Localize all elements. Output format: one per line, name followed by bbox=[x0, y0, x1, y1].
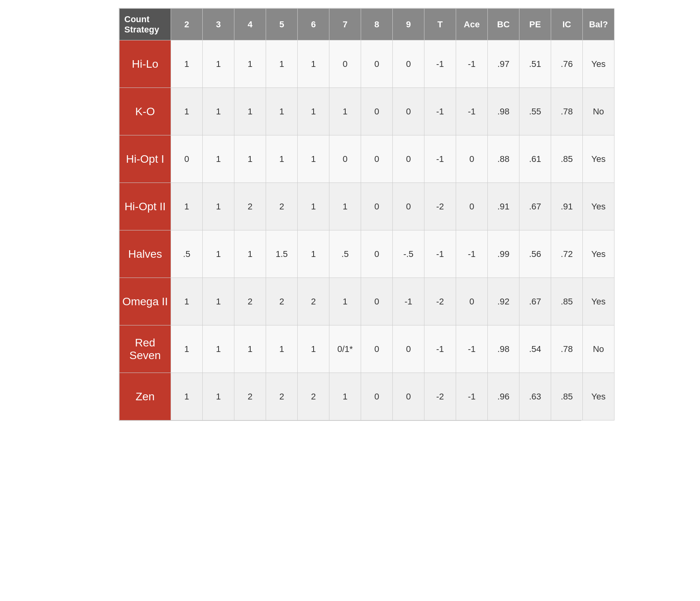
cell-0-10: .97 bbox=[488, 40, 519, 88]
cell-7-1: 1 bbox=[203, 373, 234, 420]
cell-4-5: .5 bbox=[329, 230, 361, 278]
cell-7-2: 2 bbox=[234, 373, 266, 420]
cell-3-12: .91 bbox=[551, 183, 583, 230]
cell-2-3: 1 bbox=[266, 135, 298, 183]
cell-3-9: 0 bbox=[456, 183, 488, 230]
cell-2-13: Yes bbox=[583, 135, 614, 183]
cell-5-11: .67 bbox=[519, 278, 551, 325]
cell-6-11: .54 bbox=[519, 325, 551, 373]
cell-7-8: -2 bbox=[424, 373, 456, 420]
cell-3-11: .67 bbox=[519, 183, 551, 230]
cell-3-5: 1 bbox=[329, 183, 361, 230]
header-col-T: T bbox=[424, 9, 456, 40]
cell-6-13: No bbox=[583, 325, 614, 373]
cell-0-7: 0 bbox=[393, 40, 424, 88]
cell-0-11: .51 bbox=[519, 40, 551, 88]
row-strategy-7: Zen bbox=[120, 373, 171, 420]
cell-7-3: 2 bbox=[266, 373, 298, 420]
cell-2-8: -1 bbox=[424, 135, 456, 183]
row-strategy-1: K-O bbox=[120, 88, 171, 135]
cell-3-6: 0 bbox=[361, 183, 393, 230]
cell-7-7: 0 bbox=[393, 373, 424, 420]
cell-2-7: 0 bbox=[393, 135, 424, 183]
cell-3-3: 2 bbox=[266, 183, 298, 230]
header-col-3: 3 bbox=[203, 9, 234, 40]
cell-0-0: 1 bbox=[171, 40, 203, 88]
cell-5-8: -2 bbox=[424, 278, 456, 325]
header-col-Bal?: Bal? bbox=[583, 9, 614, 40]
cell-2-5: 0 bbox=[329, 135, 361, 183]
cell-6-0: 1 bbox=[171, 325, 203, 373]
header-col-Ace: Ace bbox=[456, 9, 488, 40]
cell-4-9: -1 bbox=[456, 230, 488, 278]
cell-1-13: No bbox=[583, 88, 614, 135]
cell-4-0: .5 bbox=[171, 230, 203, 278]
cell-4-13: Yes bbox=[583, 230, 614, 278]
cell-1-4: 1 bbox=[298, 88, 329, 135]
cell-1-5: 1 bbox=[329, 88, 361, 135]
cell-7-4: 2 bbox=[298, 373, 329, 420]
cell-1-3: 1 bbox=[266, 88, 298, 135]
header-col-6: 6 bbox=[298, 9, 329, 40]
cell-4-7: -.5 bbox=[393, 230, 424, 278]
cell-4-12: .72 bbox=[551, 230, 583, 278]
cell-6-7: 0 bbox=[393, 325, 424, 373]
cell-3-7: 0 bbox=[393, 183, 424, 230]
row-strategy-4: Halves bbox=[120, 230, 171, 278]
header-col-8: 8 bbox=[361, 9, 393, 40]
header-col-IC: IC bbox=[551, 9, 583, 40]
cell-1-9: -1 bbox=[456, 88, 488, 135]
cell-1-6: 0 bbox=[361, 88, 393, 135]
cell-6-12: .78 bbox=[551, 325, 583, 373]
cell-6-1: 1 bbox=[203, 325, 234, 373]
header-col-7: 7 bbox=[329, 9, 361, 40]
cell-3-2: 2 bbox=[234, 183, 266, 230]
cell-3-1: 1 bbox=[203, 183, 234, 230]
cell-0-9: -1 bbox=[456, 40, 488, 88]
cell-7-0: 1 bbox=[171, 373, 203, 420]
cell-5-5: 1 bbox=[329, 278, 361, 325]
cell-5-1: 1 bbox=[203, 278, 234, 325]
cell-0-2: 1 bbox=[234, 40, 266, 88]
cell-6-8: -1 bbox=[424, 325, 456, 373]
cell-5-2: 2 bbox=[234, 278, 266, 325]
cell-5-7: -1 bbox=[393, 278, 424, 325]
cell-1-2: 1 bbox=[234, 88, 266, 135]
cell-5-0: 1 bbox=[171, 278, 203, 325]
header-col-5: 5 bbox=[266, 9, 298, 40]
cell-6-10: .98 bbox=[488, 325, 519, 373]
cell-4-8: -1 bbox=[424, 230, 456, 278]
cell-1-7: 0 bbox=[393, 88, 424, 135]
cell-7-5: 1 bbox=[329, 373, 361, 420]
cell-1-12: .78 bbox=[551, 88, 583, 135]
cell-0-1: 1 bbox=[203, 40, 234, 88]
cell-4-11: .56 bbox=[519, 230, 551, 278]
cell-7-6: 0 bbox=[361, 373, 393, 420]
header-col-BC: BC bbox=[488, 9, 519, 40]
cell-0-6: 0 bbox=[361, 40, 393, 88]
cell-6-2: 1 bbox=[234, 325, 266, 373]
cell-5-6: 0 bbox=[361, 278, 393, 325]
cell-5-10: .92 bbox=[488, 278, 519, 325]
cell-2-9: 0 bbox=[456, 135, 488, 183]
cell-5-12: .85 bbox=[551, 278, 583, 325]
header-col-2: 2 bbox=[171, 9, 203, 40]
cell-2-0: 0 bbox=[171, 135, 203, 183]
cell-0-12: .76 bbox=[551, 40, 583, 88]
header-col-4: 4 bbox=[234, 9, 266, 40]
cell-5-13: Yes bbox=[583, 278, 614, 325]
cell-6-4: 1 bbox=[298, 325, 329, 373]
cell-0-3: 1 bbox=[266, 40, 298, 88]
cell-6-9: -1 bbox=[456, 325, 488, 373]
cell-2-11: .61 bbox=[519, 135, 551, 183]
cell-6-5: 0/1* bbox=[329, 325, 361, 373]
cell-4-6: 0 bbox=[361, 230, 393, 278]
cell-5-4: 2 bbox=[298, 278, 329, 325]
cell-3-10: .91 bbox=[488, 183, 519, 230]
cell-2-10: .88 bbox=[488, 135, 519, 183]
cell-3-8: -2 bbox=[424, 183, 456, 230]
header-strategy: Count Strategy bbox=[120, 9, 171, 40]
cell-0-5: 0 bbox=[329, 40, 361, 88]
cell-7-12: .85 bbox=[551, 373, 583, 420]
cell-3-4: 1 bbox=[298, 183, 329, 230]
